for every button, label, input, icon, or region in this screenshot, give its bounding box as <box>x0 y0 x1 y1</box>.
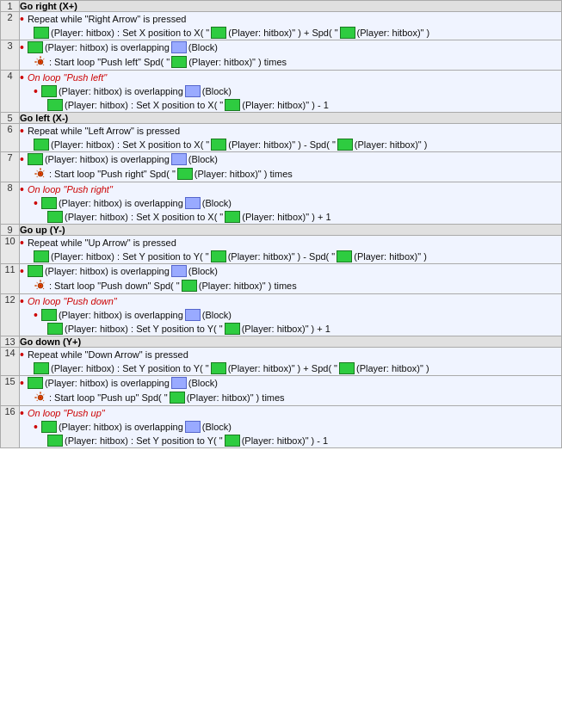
code-line: • (Player: hitbox) is overlapping (Block… <box>20 196 561 210</box>
green-block <box>211 27 226 39</box>
row-number: 16 <box>1 406 20 448</box>
code-line: •Repeat while "Up Arrow" is pressed <box>20 236 561 250</box>
green-block <box>34 27 49 39</box>
code-text: (Block) <box>188 378 218 388</box>
on-loop-header: •On loop "Push up" <box>20 406 561 420</box>
code-text: (Player: hitbox)" ) + 1 <box>242 324 330 334</box>
green-block <box>211 139 226 151</box>
code-text: (Player: hitbox)" ) <box>356 363 429 373</box>
bullet-red: • <box>20 125 24 137</box>
code-text: Repeat while "Up Arrow" is pressed <box>28 238 176 248</box>
green-block <box>34 139 49 151</box>
green-block <box>28 265 43 277</box>
code-text: (Player: hitbox) is overlapping <box>59 422 183 432</box>
code-line: • (Player: hitbox) is overlapping (Block… <box>20 40 561 54</box>
bullet-red: • <box>20 71 24 83</box>
code-text: (Player: hitbox)" ) + Spd( " <box>228 28 337 38</box>
code-line: : Start loop "Push up" Spd( " (Player: h… <box>20 390 561 405</box>
green-block <box>41 309 57 321</box>
on-loop-label: On loop "Push down" <box>28 296 117 306</box>
svg-point-11 <box>40 397 41 398</box>
table-row: 9Go up (Y-) <box>1 225 562 236</box>
main-table: 1Go right (X+)2•Repeat while "Right Arro… <box>0 0 562 448</box>
green-block <box>177 168 193 180</box>
on-loop-header: •On loop "Push left" <box>20 71 561 84</box>
blue-block <box>185 85 201 97</box>
table-row: 13Go down (Y+) <box>1 336 562 348</box>
blue-block <box>171 153 187 165</box>
code-line: : Start loop "Push down" Spd( " (Player:… <box>20 278 561 293</box>
row-number: 15 <box>1 376 20 406</box>
code-text: Repeat while "Down Arrow" is pressed <box>28 349 188 360</box>
code-text: (Player: hitbox) : Set X position to X( … <box>51 28 209 38</box>
blue-block <box>171 265 187 277</box>
bullet-red: • <box>20 407 24 419</box>
green-block <box>28 377 43 389</box>
table-row: 3• (Player: hitbox) is overlapping (Bloc… <box>1 40 562 71</box>
green-block <box>41 85 57 97</box>
code-text: (Player: hitbox)" ) - Spd( " <box>228 139 336 150</box>
code-text: (Player: hitbox) : Set Y position to Y( … <box>51 251 209 262</box>
code-line: (Player: hitbox) : Set Y position to Y( … <box>20 361 561 375</box>
code-text: (Block) <box>188 154 218 164</box>
row-content-cell: •Repeat while "Right Arrow" is pressed (… <box>20 12 562 40</box>
code-line: (Player: hitbox) : Set X position to X( … <box>20 98 561 112</box>
row-content-cell: • (Player: hitbox) is overlapping (Block… <box>20 152 562 182</box>
code-text: (Player: hitbox)" ) + 1 <box>242 212 330 222</box>
green-block <box>28 153 43 165</box>
code-text: (Player: hitbox)" ) - 1 <box>242 435 329 446</box>
gear-icon <box>34 279 47 293</box>
table-row: 8•On loop "Push right"• (Player: hitbox)… <box>1 182 562 225</box>
code-line: •Repeat while "Left Arrow" is pressed <box>20 124 561 138</box>
table-row: 12•On loop "Push down"• (Player: hitbox)… <box>1 294 562 336</box>
code-text: (Player: hitbox) is overlapping <box>45 378 170 388</box>
code-line: • (Player: hitbox) is overlapping (Block… <box>20 376 561 390</box>
code-text: Repeat while "Right Arrow" is pressed <box>28 14 187 24</box>
code-text: (Player: hitbox) is overlapping <box>59 310 183 320</box>
green-block <box>41 421 57 433</box>
code-line: • (Player: hitbox) is overlapping (Block… <box>20 84 561 98</box>
green-block <box>47 323 63 335</box>
bullet-red: • <box>20 237 24 249</box>
row-content-cell: •Repeat while "Left Arrow" is pressed (P… <box>20 124 562 152</box>
row-content-cell: •On loop "Push down"• (Player: hitbox) i… <box>20 294 562 336</box>
row-number: 9 <box>1 225 20 236</box>
row-number: 1 <box>1 1 20 12</box>
row-number: 10 <box>1 236 20 264</box>
table-row: 5Go left (X-) <box>1 113 562 124</box>
code-line: • (Player: hitbox) is overlapping (Block… <box>20 264 561 278</box>
code-text: (Block) <box>202 422 232 432</box>
bullet-red: • <box>34 421 38 433</box>
on-loop-label: On loop "Push right" <box>28 184 113 194</box>
row-content-cell: • (Player: hitbox) is overlapping (Block… <box>20 264 562 294</box>
row-content-cell: •On loop "Push up"• (Player: hitbox) is … <box>20 406 562 448</box>
row-number: 3 <box>1 40 20 71</box>
section-header-label: Go up (Y-) <box>20 225 65 235</box>
gear-icon <box>34 55 47 69</box>
code-text: (Block) <box>202 198 232 208</box>
gear-icon <box>34 167 47 181</box>
bullet-red: • <box>34 197 38 209</box>
table-row: 16•On loop "Push up"• (Player: hitbox) i… <box>1 406 562 448</box>
code-text: (Block) <box>188 266 218 276</box>
code-text: (Player: hitbox)" ) times <box>195 169 293 179</box>
row-content-cell: Go right (X+) <box>20 1 562 12</box>
green-block <box>34 250 49 262</box>
on-loop-label: On loop "Push up" <box>28 408 105 418</box>
gear-icon <box>34 391 47 404</box>
blue-block <box>185 421 201 433</box>
code-line: •Repeat while "Right Arrow" is pressed <box>20 12 561 26</box>
row-number: 8 <box>1 182 20 225</box>
row-content-cell: • (Player: hitbox) is overlapping (Block… <box>20 40 562 71</box>
code-text: (Player: hitbox)" ) <box>357 28 430 38</box>
bullet-red: • <box>34 309 38 321</box>
green-block <box>34 362 49 374</box>
on-loop-header: •On loop "Push right" <box>20 182 561 196</box>
row-number: 13 <box>1 336 20 348</box>
code-line: •Repeat while "Down Arrow" is pressed <box>20 348 561 361</box>
bullet-red: • <box>20 349 24 361</box>
row-content-cell: •Repeat while "Up Arrow" is pressed (Pla… <box>20 236 562 264</box>
green-block <box>211 250 226 262</box>
green-block <box>47 435 63 447</box>
table-row: 11• (Player: hitbox) is overlapping (Blo… <box>1 264 562 294</box>
